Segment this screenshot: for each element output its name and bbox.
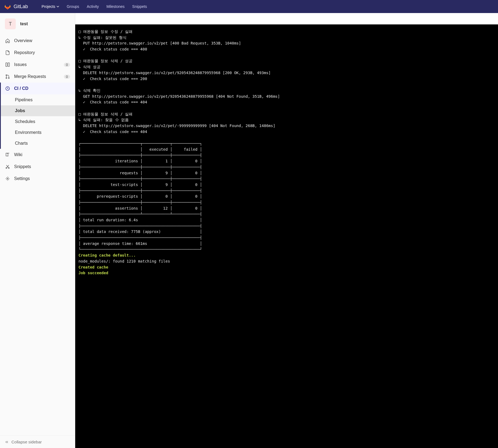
sidebar-item-ci-cd[interactable]: CI / CD [0,83,75,94]
svg-point-6 [6,168,7,169]
nav-list: Overview Repository Issues 0 Merge Reque… [0,33,75,185]
project-name: test [20,21,28,26]
cicd-icon [5,86,10,91]
svg-rect-0 [6,63,7,67]
subnav-charts[interactable]: Charts [0,138,75,149]
subnav-environments[interactable]: Environments [0,127,75,138]
topnav-projects[interactable]: Projects [38,2,62,11]
topnav-snippets[interactable]: Snippets [129,2,150,11]
cicd-subnav: Pipelines Jobs Schedules Environments Ch… [0,94,75,149]
sidebar: T test Overview Repository Issues 0 Merg… [0,13,75,448]
svg-point-7 [8,168,10,169]
gear-icon [5,176,10,181]
wiki-icon [5,152,10,157]
subnav-schedules[interactable]: Schedules [0,116,75,127]
top-nav: Projects Groups Activity Milestones Snip… [38,2,150,11]
issues-badge: 0 [64,63,70,67]
sidebar-item-repository[interactable]: Repository [0,47,75,59]
issues-icon [5,62,10,67]
sidebar-item-issues[interactable]: Issues 0 [0,59,75,71]
topnav-groups[interactable]: Groups [64,2,83,11]
brand-text: GitLab [14,4,28,10]
svg-point-4 [8,77,10,78]
topbar: GitLab Projects Groups Activity Mileston… [0,0,498,13]
project-avatar: T [5,18,16,29]
job-log-terminal[interactable]: □ 애완동물 정보 수정 / 실패 ↳ 수정 실패: 잘못된 형식 PUT ht… [75,24,498,448]
home-icon [5,38,10,43]
svg-rect-1 [8,63,10,67]
sidebar-item-snippets[interactable]: Snippets [0,161,75,173]
svg-point-8 [7,178,8,179]
chevron-left-icon [5,440,9,444]
topnav-activity[interactable]: Activity [84,2,102,11]
sidebar-item-wiki[interactable]: Wiki [0,149,75,161]
subnav-jobs[interactable]: Jobs [0,105,75,116]
project-header[interactable]: T test [0,13,75,33]
sidebar-item-overview[interactable]: Overview [0,35,75,47]
svg-point-3 [6,77,7,78]
subnav-pipelines[interactable]: Pipelines [0,94,75,105]
doc-icon [5,50,10,55]
sidebar-item-merge-requests[interactable]: Merge Requests 0 [0,71,75,83]
main-content: □ 애완동물 정보 수정 / 실패 ↳ 수정 실패: 잘못된 형식 PUT ht… [75,13,498,448]
topnav-milestones[interactable]: Milestones [103,2,128,11]
snippets-icon [5,164,10,169]
sidebar-item-settings[interactable]: Settings [0,173,75,185]
mr-badge: 0 [64,75,70,79]
brand[interactable]: GitLab [4,3,28,10]
chevron-down-icon [56,5,59,8]
collapse-sidebar[interactable]: Collapse sidebar [0,436,75,448]
merge-icon [5,74,10,79]
svg-point-2 [6,75,7,76]
gitlab-logo-icon [4,3,11,10]
content-header-spacer [75,13,498,24]
